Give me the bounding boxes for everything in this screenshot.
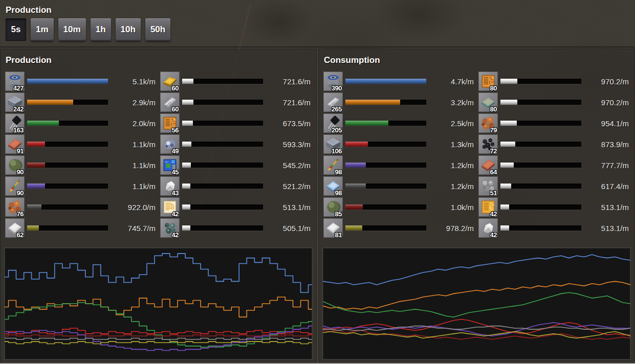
graph-line-plate-stack	[5, 297, 312, 317]
stat-bar-fill	[500, 142, 515, 147]
rate-label: 873.9/m	[581, 140, 630, 149]
stat-row-blue-circuit: 45545.2/m	[160, 155, 312, 175]
consumption-panel: Consumption 3904.7k/m2653.2k/m2052.5k/m1…	[318, 49, 635, 364]
stat-bar	[345, 184, 426, 189]
rate-label: 970.2/m	[581, 98, 630, 107]
teal-ore-icon: 42	[160, 218, 180, 238]
stat-bar-fill	[182, 79, 193, 84]
stat-row-glass-plate: 981.2k/m	[323, 176, 475, 196]
solder-stick-icon: 90	[5, 176, 25, 196]
rate-label: 745.7/m	[108, 224, 157, 233]
stat-bar-fill	[27, 204, 41, 210]
time-range-button-5s[interactable]: 5s	[6, 18, 26, 41]
item-count: 45	[172, 168, 179, 176]
stat-bar-fill	[500, 225, 509, 231]
time-range-button-10m[interactable]: 10m	[58, 18, 86, 41]
stat-bar-fill	[500, 121, 517, 126]
stat-bar	[500, 100, 581, 105]
coal-icon: 72	[478, 134, 498, 154]
production-graph-canvas	[5, 248, 312, 359]
rate-label: 922.0/m	[108, 203, 157, 212]
time-range-button-10h[interactable]: 10h	[116, 18, 141, 41]
rate-label: 1.0k/m	[426, 203, 475, 212]
time-range-buttons: 5s1m10m1h10h50h	[0, 18, 635, 41]
rate-label: 513.1/m	[263, 203, 312, 212]
stat-bar-fill	[500, 204, 509, 210]
stat-bar	[27, 225, 108, 231]
stat-bar-fill	[345, 100, 400, 105]
item-count: 106	[332, 147, 342, 155]
stat-bar-fill	[345, 225, 362, 231]
stat-bar	[345, 204, 426, 210]
time-range-button-50h[interactable]: 50h	[145, 18, 170, 41]
rate-label: 1.2k/m	[426, 182, 475, 191]
stat-row-white-rock: 42513.1/m	[478, 218, 630, 238]
item-count: 72	[490, 147, 497, 155]
rate-label: 1.1k/m	[108, 161, 157, 170]
stat-bar	[182, 121, 263, 126]
stat-bar-fill	[27, 121, 59, 126]
production-column-2: 60721.6/m60721.6/m56673.5/m49593.3/m4554…	[160, 72, 312, 238]
stat-row-silver-bar: 2653.2k/m	[323, 93, 475, 112]
time-range-button-1m[interactable]: 1m	[31, 18, 54, 41]
graph-line-tin-plate	[5, 342, 312, 344]
gold-plate-icon: 60	[160, 72, 180, 91]
window-title: Production	[0, 0, 635, 18]
stat-bar	[27, 184, 108, 189]
rate-label: 1.1k/m	[108, 140, 157, 149]
stat-bar	[345, 163, 426, 168]
item-count: 98	[335, 168, 342, 176]
stat-bar	[500, 204, 581, 210]
rate-label: 545.2/m	[263, 161, 312, 170]
wire-spool-icon: 390	[323, 72, 343, 91]
stat-row-solder-stick: 901.1k/m	[5, 176, 157, 196]
rate-label: 505.1/m	[263, 224, 312, 233]
white-rock-icon: 42	[478, 218, 498, 238]
white-rock-icon: 43	[160, 176, 180, 196]
stat-bar	[500, 163, 581, 168]
stat-bar-fill	[182, 142, 191, 147]
board-plate-icon: 80	[478, 93, 498, 112]
stat-bar-fill	[182, 121, 193, 126]
stat-row-blue-ore: 49593.3/m	[160, 134, 312, 154]
rate-label: 593.3/m	[263, 140, 312, 149]
tin-plate-icon: 81	[323, 218, 343, 238]
stat-row-green-orb: 851.0k/m	[323, 197, 475, 217]
blue-ore-icon: 49	[160, 134, 180, 154]
stat-row-copper-plate: 64777.7/m	[478, 155, 630, 175]
stat-row-gold-plate: 60721.6/m	[160, 72, 312, 91]
time-range-button-1h[interactable]: 1h	[91, 18, 111, 41]
production-panel: Production 4275.1k/m2422.9k/m1632.0k/m91…	[0, 49, 317, 364]
transistor-icon: 205	[323, 113, 343, 133]
consumption-panel-title: Consumption	[318, 49, 635, 72]
consumption-graph-canvas	[323, 248, 630, 359]
stat-bar	[27, 79, 108, 84]
rate-label: 970.2/m	[581, 77, 630, 86]
consumption-column-2: 80970.2/m80970.2/m79954.1/m72873.9/m6477…	[478, 72, 630, 238]
rate-label: 521.2/m	[263, 182, 312, 191]
stat-row-tin-plate: 81978.2/m	[323, 218, 475, 238]
stone-rubble-icon: 51	[478, 176, 498, 196]
stat-bar-fill	[345, 79, 426, 84]
item-count: 49	[172, 147, 179, 155]
item-count: 42	[172, 210, 179, 218]
graph-line-silver-bar	[323, 281, 630, 309]
item-count: 43	[172, 189, 179, 197]
stat-row-orange-circuit: 56673.5/m	[160, 113, 312, 133]
stat-bar-fill	[345, 142, 368, 147]
production-graph	[5, 248, 312, 359]
stat-row-white-rock: 43521.2/m	[160, 176, 312, 196]
item-count: 51	[490, 189, 497, 197]
rate-label: 954.1/m	[581, 119, 630, 128]
stat-row-teal-ore: 42505.1/m	[160, 218, 312, 238]
rate-label: 513.1/m	[581, 224, 630, 233]
stat-row-copper-ore: 79954.1/m	[478, 113, 630, 133]
rate-label: 1.3k/m	[426, 140, 475, 149]
green-orb-icon: 85	[323, 197, 343, 217]
item-count: 85	[335, 210, 342, 218]
rate-label: 3.2k/m	[426, 98, 475, 107]
rate-label: 721.6/m	[263, 98, 312, 107]
stat-bar	[345, 225, 426, 231]
amber-circuit-icon: 42	[478, 197, 498, 217]
item-count: 60	[172, 84, 179, 92]
